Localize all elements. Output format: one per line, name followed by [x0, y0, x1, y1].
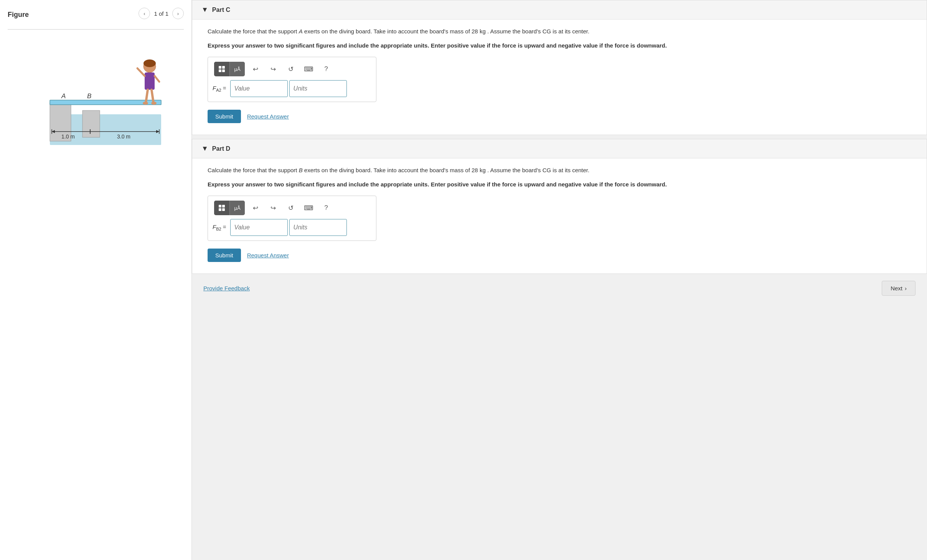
figure-prev-button[interactable]: ‹: [139, 8, 150, 19]
part-d-grid-button[interactable]: [214, 201, 229, 215]
part-d-answer-box: μÅ ↩ ↪ ↺ ⌨ ? FB2 =: [208, 196, 376, 241]
part-c-input-label: FA2 =: [213, 85, 226, 92]
part-d-section: ▼ Part D Calculate the force that the su…: [192, 139, 927, 274]
part-c-submit-button[interactable]: Submit: [208, 110, 241, 123]
part-d-request-answer-button[interactable]: Request Answer: [247, 252, 289, 259]
part-c-help-button[interactable]: ?: [319, 62, 333, 76]
part-d-input-row: FB2 =: [213, 219, 371, 236]
svg-line-19: [137, 68, 145, 76]
svg-line-20: [155, 76, 159, 82]
part-d-mu-button[interactable]: μÅ: [229, 201, 245, 215]
part-c-collapse-arrow[interactable]: ▼: [201, 6, 208, 14]
figure-title: Figure: [8, 11, 29, 19]
svg-rect-30: [222, 205, 225, 208]
right-panel: ▼ Part C Calculate the force that the su…: [192, 0, 927, 560]
part-d-undo-button[interactable]: ↩: [249, 201, 262, 215]
part-d-help-button[interactable]: ?: [319, 201, 333, 215]
svg-point-17: [144, 59, 156, 67]
figure-page-count: 1 of 1: [154, 10, 168, 17]
figure-svg: A B 1.0 m 3.0 m: [15, 43, 176, 162]
svg-point-24: [151, 102, 157, 105]
svg-rect-29: [219, 205, 221, 208]
next-button-label: Next: [891, 285, 902, 292]
figure-next-button[interactable]: ›: [172, 8, 184, 19]
svg-text:3.0 m: 3.0 m: [117, 133, 130, 140]
part-d-action-row: Submit Request Answer: [208, 249, 911, 262]
part-c-input-row: FA2 =: [213, 80, 371, 97]
svg-text:1.0 m: 1.0 m: [61, 133, 75, 140]
part-c-redo-button[interactable]: ↪: [266, 62, 280, 76]
part-c-description: Calculate the force that the support A e…: [208, 27, 911, 36]
part-c-undo-button[interactable]: ↩: [249, 62, 262, 76]
part-c-instructions: Express your answer to two significant f…: [208, 41, 911, 50]
part-c-grid-button[interactable]: [214, 62, 229, 76]
part-d-redo-button[interactable]: ↪: [266, 201, 280, 215]
part-c-title: Part C: [212, 7, 230, 13]
part-d-collapse-arrow[interactable]: ▼: [201, 145, 208, 153]
svg-rect-32: [222, 208, 225, 211]
svg-point-23: [143, 102, 148, 105]
part-c-toolbar: μÅ ↩ ↪ ↺ ⌨ ?: [213, 62, 371, 76]
part-c-mass-unit: kg: [480, 28, 486, 35]
svg-rect-28: [222, 69, 225, 72]
part-c-section: ▼ Part C Calculate the force that the su…: [192, 0, 927, 135]
svg-rect-25: [219, 66, 221, 69]
figure-nav: ‹ 1 of 1 ›: [139, 8, 184, 19]
part-c-reset-button[interactable]: ↺: [284, 62, 298, 76]
part-c-units-input[interactable]: [289, 80, 347, 97]
part-c-value-input[interactable]: [230, 80, 288, 97]
part-c-request-answer-button[interactable]: Request Answer: [247, 113, 289, 120]
part-d-keyboard-button[interactable]: ⌨: [302, 201, 315, 215]
svg-text:A: A: [61, 92, 66, 100]
part-d-mass-unit: kg: [480, 167, 486, 173]
svg-text:B: B: [87, 92, 91, 100]
part-d-toolbar: μÅ ↩ ↪ ↺ ⌨ ?: [213, 201, 371, 215]
part-d-instructions: Express your answer to two significant f…: [208, 180, 911, 189]
figure-image-area: A B 1.0 m 3.0 m: [8, 36, 184, 170]
svg-rect-18: [145, 72, 155, 90]
part-c-action-row: Submit Request Answer: [208, 110, 911, 123]
part-d-header: ▼ Part D: [192, 139, 927, 158]
part-d-reset-button[interactable]: ↺: [284, 201, 298, 215]
part-c-mu-label: μÅ: [234, 66, 240, 72]
next-button[interactable]: Next ›: [882, 281, 915, 296]
provide-feedback-button[interactable]: Provide Feedback: [203, 285, 250, 292]
left-panel: Figure ‹ 1 of 1 › A B: [0, 0, 192, 560]
part-c-content: Calculate the force that the support A e…: [192, 20, 927, 135]
footer-bar: Provide Feedback Next ›: [192, 274, 927, 303]
part-c-mu-button[interactable]: μÅ: [229, 62, 245, 76]
part-d-toolbar-group: μÅ: [214, 201, 245, 215]
part-d-units-input[interactable]: [289, 219, 347, 236]
part-d-input-label: FB2 =: [213, 224, 226, 231]
part-c-answer-box: μÅ ↩ ↪ ↺ ⌨ ? FA2 =: [208, 57, 376, 102]
svg-rect-26: [222, 66, 225, 69]
part-c-toolbar-group: μÅ: [214, 62, 245, 76]
part-d-description: Calculate the force that the support B e…: [208, 166, 911, 175]
svg-rect-2: [82, 110, 100, 137]
part-d-value-input[interactable]: [230, 219, 288, 236]
part-d-content: Calculate the force that the support B e…: [192, 158, 927, 273]
part-c-keyboard-button[interactable]: ⌨: [302, 62, 315, 76]
part-c-header: ▼ Part C: [192, 0, 927, 20]
svg-rect-27: [219, 69, 221, 72]
svg-rect-31: [219, 208, 221, 211]
part-d-title: Part D: [212, 145, 230, 152]
part-d-submit-button[interactable]: Submit: [208, 249, 241, 262]
next-button-arrow: ›: [905, 285, 907, 292]
part-d-mu-label: μÅ: [234, 205, 240, 211]
